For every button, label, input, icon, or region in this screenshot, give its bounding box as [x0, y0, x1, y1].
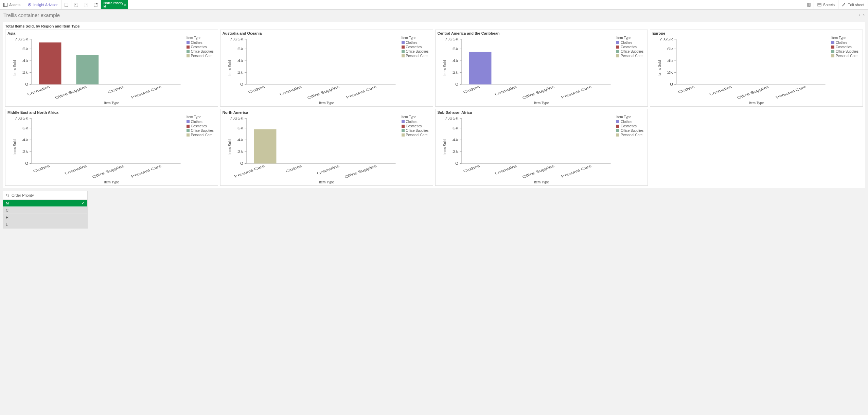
- svg-text:4k: 4k: [22, 59, 29, 63]
- legend-item[interactable]: Personal Care: [187, 54, 216, 58]
- edit-sheet-button[interactable]: Edit sheet: [838, 0, 868, 9]
- selections-back-button[interactable]: [71, 0, 81, 9]
- svg-text:Cosmetics: Cosmetics: [493, 85, 518, 96]
- svg-text:7.65k: 7.65k: [659, 37, 674, 41]
- trellis-panel[interactable]: AsiaItems Sold02k4k6k7.65kCosmeticsOffic…: [5, 30, 218, 107]
- legend-swatch: [187, 46, 190, 49]
- svg-text:6k: 6k: [237, 47, 244, 51]
- legend-item[interactable]: Clothes: [831, 41, 861, 44]
- legend-label: Personal Care: [406, 133, 428, 137]
- legend-swatch: [402, 125, 405, 128]
- filter-option[interactable]: C: [3, 207, 87, 214]
- x-axis-label: Item Type: [438, 180, 646, 185]
- legend-item[interactable]: Office Supplies: [831, 50, 861, 53]
- legend-swatch: [831, 50, 834, 53]
- trellis-panel[interactable]: EuropeItems Sold02k4k6k7.65kClothesCosme…: [650, 30, 863, 107]
- legend-item[interactable]: Clothes: [402, 41, 431, 44]
- legend-item[interactable]: Cosmetics: [402, 45, 431, 49]
- bookmarks-button[interactable]: [804, 0, 814, 9]
- legend-item[interactable]: Cosmetics: [187, 124, 216, 128]
- legend-swatch: [402, 129, 405, 132]
- bar-chart[interactable]: Items Sold02k4k6k7.65kCosmeticsOffice Su…: [7, 36, 184, 101]
- svg-text:4k: 4k: [667, 59, 674, 63]
- legend-item[interactable]: Cosmetics: [831, 45, 861, 49]
- trellis-panel[interactable]: Australia and OceaniaItems Sold02k4k6k7.…: [220, 30, 433, 107]
- legend-item[interactable]: Office Supplies: [187, 50, 216, 53]
- filter-header[interactable]: Order Priority: [3, 191, 87, 200]
- selection-chip[interactable]: Order Priority M ✕: [101, 0, 128, 9]
- legend-item[interactable]: Cosmetics: [187, 45, 216, 49]
- svg-text:Clothes: Clothes: [32, 164, 51, 173]
- legend-item[interactable]: Clothes: [402, 120, 431, 124]
- legend-swatch: [402, 46, 405, 49]
- svg-text:Personal Care: Personal Care: [130, 164, 162, 178]
- selections-forward-button[interactable]: [81, 0, 91, 9]
- insight-icon: [28, 3, 32, 7]
- legend-item[interactable]: Personal Care: [616, 133, 645, 137]
- assets-button[interactable]: Assets: [0, 0, 24, 9]
- svg-text:Personal Care: Personal Care: [233, 164, 266, 178]
- smart-search-button[interactable]: [61, 0, 71, 9]
- svg-text:2k: 2k: [22, 149, 29, 154]
- trellis-container: Total Items Sold, by Region and Item Typ…: [3, 22, 865, 188]
- legend-item[interactable]: Office Supplies: [187, 129, 216, 132]
- legend-item[interactable]: Clothes: [187, 120, 216, 124]
- legend-item[interactable]: Clothes: [187, 41, 216, 44]
- clear-selections-button[interactable]: [91, 0, 101, 9]
- y-axis-label: Items Sold: [13, 139, 17, 155]
- svg-text:Office Supplies: Office Supplies: [736, 85, 770, 100]
- close-icon[interactable]: ✕: [123, 2, 127, 7]
- legend-label: Clothes: [191, 120, 202, 124]
- svg-text:Office Supplies: Office Supplies: [521, 85, 555, 100]
- filter-option[interactable]: L: [3, 221, 87, 228]
- legend-item[interactable]: Personal Care: [187, 133, 216, 137]
- legend-item[interactable]: Clothes: [616, 120, 645, 124]
- legend-item[interactable]: Personal Care: [402, 54, 431, 58]
- svg-text:Office Supplies: Office Supplies: [54, 85, 88, 100]
- y-axis-label: Items Sold: [443, 60, 447, 76]
- filter-option[interactable]: M: [3, 200, 87, 207]
- bar-chart[interactable]: Items Sold02k4k6k7.65kClothesCosmeticsOf…: [223, 36, 400, 101]
- bar-chart[interactable]: Items Sold02k4k6k7.65kClothesCosmeticsOf…: [438, 36, 615, 101]
- svg-text:0: 0: [240, 82, 244, 86]
- selection-field: Order Priority: [104, 1, 125, 5]
- legend-item[interactable]: Cosmetics: [616, 45, 645, 49]
- legend-swatch: [616, 129, 619, 132]
- legend-item[interactable]: Personal Care: [402, 133, 431, 137]
- insight-advisor-button[interactable]: Insight Advisor: [24, 0, 61, 9]
- next-sheet-button[interactable]: ›: [863, 12, 865, 18]
- svg-text:Office Supplies: Office Supplies: [91, 164, 125, 179]
- legend-item[interactable]: Cosmetics: [616, 124, 645, 128]
- legend-item[interactable]: Clothes: [616, 41, 645, 44]
- panel-title: Sub-Saharan Africa: [438, 110, 646, 114]
- legend: Item TypeClothesCosmeticsOffice Supplies…: [184, 115, 216, 180]
- bar-chart[interactable]: Items Sold02k4k6k7.65kClothesCosmeticsOf…: [7, 115, 184, 180]
- svg-text:Clothes: Clothes: [106, 85, 125, 94]
- bar-chart[interactable]: Items Sold02k4k6k7.65kPersonal CareCloth…: [223, 115, 400, 180]
- legend-item[interactable]: Cosmetics: [402, 124, 431, 128]
- trellis-panel[interactable]: Central America and the CaribbeanItems S…: [435, 30, 648, 107]
- insight-label: Insight Advisor: [33, 3, 58, 7]
- legend-item[interactable]: Office Supplies: [616, 129, 645, 132]
- svg-text:Clothes: Clothes: [677, 85, 696, 94]
- prev-sheet-button[interactable]: ‹: [859, 12, 861, 18]
- legend-swatch: [187, 50, 190, 53]
- trellis-panel[interactable]: Middle East and North AfricaItems Sold02…: [5, 109, 218, 186]
- legend-label: Personal Care: [191, 133, 213, 137]
- legend-item[interactable]: Personal Care: [831, 54, 861, 58]
- filter-option[interactable]: H: [3, 214, 87, 221]
- legend-item[interactable]: Office Supplies: [616, 50, 645, 53]
- legend-item[interactable]: Personal Care: [616, 54, 645, 58]
- sheets-button[interactable]: Sheets: [814, 0, 838, 9]
- bar-chart[interactable]: Items Sold02k4k6k7.65kClothesCosmeticsOf…: [652, 36, 829, 101]
- trellis-panel[interactable]: North AmericaItems Sold02k4k6k7.65kPerso…: [220, 109, 433, 186]
- legend-item[interactable]: Office Supplies: [402, 50, 431, 53]
- trellis-panel[interactable]: Sub-Saharan AfricaItems Sold02k4k6k7.65k…: [435, 109, 648, 186]
- legend-item[interactable]: Office Supplies: [402, 129, 431, 132]
- legend: Item TypeClothesCosmeticsOffice Supplies…: [184, 36, 216, 101]
- svg-text:Office Supplies: Office Supplies: [343, 164, 378, 179]
- assets-label: Assets: [9, 3, 20, 7]
- legend-swatch: [187, 133, 190, 137]
- bar-chart[interactable]: Items Sold02k4k6k7.65kClothesCosmeticsOf…: [438, 115, 615, 180]
- svg-text:7.65k: 7.65k: [444, 116, 459, 120]
